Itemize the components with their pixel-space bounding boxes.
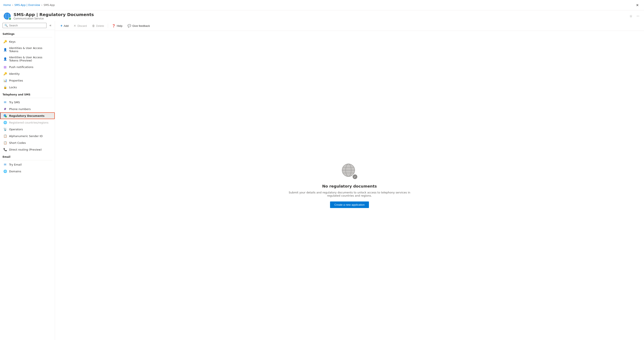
empty-state-checkmark: ✓ xyxy=(352,174,358,180)
sidebar-item-identities1[interactable]: 👤 Identities & User Access Tokens xyxy=(0,45,55,54)
main-layout: 🔍 « Settings 🔑 Keys 👤 Identities & User … xyxy=(0,21,644,340)
registered-countries-icon: 🌐 xyxy=(3,121,7,124)
sidebar-item-label-push: Push notifications xyxy=(9,65,34,69)
feedback-label: Give feedback xyxy=(132,24,150,27)
sidebar-collapse-button[interactable]: « xyxy=(48,23,53,28)
sidebar-item-label-try-sms: Try SMS xyxy=(9,101,20,104)
sidebar-item-label-alphanumeric: Alphanumeric Sender ID xyxy=(9,135,42,138)
sidebar-item-label-registered-countries: Registered countries/regions xyxy=(9,121,48,124)
toolbar-separator xyxy=(108,24,108,28)
feedback-icon: 💬 xyxy=(128,24,131,27)
help-label: Help xyxy=(117,24,122,27)
sidebar-item-label-operators: Operators xyxy=(9,128,23,131)
sidebar-item-alphanumeric[interactable]: 📋 Alphanumeric Sender ID xyxy=(0,133,55,139)
discard-button[interactable]: ✕ Discard xyxy=(72,23,89,29)
sidebar-item-identity[interactable]: 🔑 Identity xyxy=(0,70,55,77)
sidebar-item-short-codes[interactable]: 📋 Short Codes xyxy=(0,139,55,146)
short-codes-icon: 📋 xyxy=(3,141,7,145)
sidebar-item-push[interactable]: ▤ Push notifications xyxy=(0,64,55,70)
try-email-icon: ✉ xyxy=(3,163,7,167)
sidebar: 🔍 « Settings 🔑 Keys 👤 Identities & User … xyxy=(0,21,55,340)
domains-icon: 🌐 xyxy=(3,169,7,173)
delete-button[interactable]: 🗑 Delete xyxy=(90,23,106,29)
search-input[interactable] xyxy=(9,24,44,27)
sidebar-item-domains[interactable]: 🌐 Domains xyxy=(0,168,55,175)
top-bar: Home › SMS-App | Overview › SMS-App ✕ xyxy=(0,0,644,10)
breadcrumb-overview[interactable]: SMS-App | Overview xyxy=(14,3,40,6)
breadcrumb-current: SMS-App xyxy=(44,3,55,6)
sidebar-item-direct-routing[interactable]: 📞 Direct routing (Preview) xyxy=(0,146,55,153)
push-icon: ▤ xyxy=(3,65,7,69)
sidebar-item-label-keys: Keys xyxy=(9,40,16,43)
discard-label: Discard xyxy=(78,24,87,27)
identity-icon: 🔑 xyxy=(3,72,7,76)
svg-text:✓: ✓ xyxy=(5,116,6,117)
try-sms-icon: ✉ xyxy=(3,100,7,104)
sidebar-item-locks[interactable]: 🔒 Locks xyxy=(0,84,55,91)
sidebar-item-label-regulatory-docs: Regulatory Documents xyxy=(9,114,44,117)
sidebar-item-try-email[interactable]: ✉ Try Email xyxy=(0,161,55,168)
app-header: ✓ SMS-App | Regulatory Documents Communi… xyxy=(0,10,644,21)
sidebar-item-label-try-email: Try Email xyxy=(9,163,22,166)
sidebar-item-identities2[interactable]: 👤 Identities & User Access Tokens (Previ… xyxy=(0,54,55,64)
sidebar-item-label-locks: Locks xyxy=(9,86,17,89)
sidebar-item-operators[interactable]: 📡 Operators xyxy=(0,126,55,133)
app-title: SMS-App | Regulatory Documents xyxy=(14,12,626,17)
direct-routing-icon: 📞 xyxy=(3,148,7,152)
properties-icon: 📊 xyxy=(3,79,7,82)
search-icon: 🔍 xyxy=(4,24,8,27)
content-area: + Add ✕ Discard 🗑 Delete ❓ Help 💬 Give f… xyxy=(55,21,644,340)
sidebar-item-label-phone-numbers: Phone numbers xyxy=(9,108,31,111)
sidebar-item-regulatory-docs[interactable]: ✓ Regulatory Documents xyxy=(0,112,55,119)
empty-state-description: Submit your details and regulatory docum… xyxy=(286,191,413,197)
breadcrumb-sep-1: › xyxy=(12,3,13,6)
delete-icon: 🗑 xyxy=(92,24,95,27)
delete-label: Delete xyxy=(96,24,104,27)
feedback-button[interactable]: 💬 Give feedback xyxy=(125,23,152,29)
sidebar-divider-telephony xyxy=(2,98,52,98)
close-button[interactable]: ✕ xyxy=(634,2,640,8)
app-title-area: SMS-App | Regulatory Documents Communica… xyxy=(14,12,626,20)
locks-icon: 🔒 xyxy=(3,85,7,89)
app-subtitle: Communication Service xyxy=(14,17,626,20)
help-icon: ❓ xyxy=(112,24,116,27)
empty-state-title: No regulatory documents xyxy=(322,184,377,188)
breadcrumb-sep-2: › xyxy=(42,3,42,6)
toolbar: + Add ✕ Discard 🗑 Delete ❓ Help 💬 Give f… xyxy=(55,21,644,31)
regulatory-docs-icon: ✓ xyxy=(3,114,7,118)
breadcrumb: Home › SMS-App | Overview › SMS-App xyxy=(4,3,634,6)
identities2-icon: 👤 xyxy=(3,57,7,61)
sidebar-item-label-identity: Identity xyxy=(9,72,20,75)
identities1-icon: 👤 xyxy=(3,48,7,51)
sidebar-item-registered-countries: 🌐 Registered countries/regions xyxy=(0,119,55,126)
keys-icon: 🔑 xyxy=(3,40,7,43)
sidebar-item-label-identities1: Identities & User Access Tokens xyxy=(9,46,52,53)
sidebar-item-label-identities2: Identities & User Access Tokens (Preview… xyxy=(9,56,52,62)
app-icon: ✓ xyxy=(4,12,11,20)
alphanumeric-icon: 📋 xyxy=(3,134,7,138)
settings-section-label: Settings xyxy=(0,30,55,36)
search-box[interactable]: 🔍 xyxy=(2,23,46,28)
empty-state-icon: ✓ xyxy=(341,163,358,180)
create-application-button[interactable]: Create a new application xyxy=(330,201,369,208)
sidebar-divider-settings xyxy=(2,37,52,37)
add-button[interactable]: + Add xyxy=(58,23,70,29)
sidebar-item-keys[interactable]: 🔑 Keys xyxy=(0,38,55,45)
breadcrumb-home[interactable]: Home xyxy=(4,3,11,6)
add-label: Add xyxy=(64,24,68,27)
telephony-section-label: Telephony and SMS xyxy=(0,91,55,97)
sidebar-item-label-direct-routing: Direct routing (Preview) xyxy=(9,148,42,151)
sidebar-item-try-sms[interactable]: ✉ Try SMS xyxy=(0,99,55,106)
sidebar-item-label-short-codes: Short Codes xyxy=(9,141,26,145)
sidebar-item-phone-numbers[interactable]: # Phone numbers xyxy=(0,106,55,112)
app-icon-badge: ✓ xyxy=(8,17,12,20)
favorite-button[interactable]: ☆ xyxy=(628,13,634,19)
phone-numbers-icon: # xyxy=(3,107,7,111)
sidebar-item-properties[interactable]: 📊 Properties xyxy=(0,77,55,84)
help-button[interactable]: ❓ Help xyxy=(110,23,124,29)
operators-icon: 📡 xyxy=(3,127,7,131)
sidebar-item-label-domains: Domains xyxy=(9,170,21,173)
discard-icon: ✕ xyxy=(74,24,76,27)
email-section-label: Email xyxy=(0,153,55,159)
more-button[interactable]: ··· xyxy=(635,13,640,19)
